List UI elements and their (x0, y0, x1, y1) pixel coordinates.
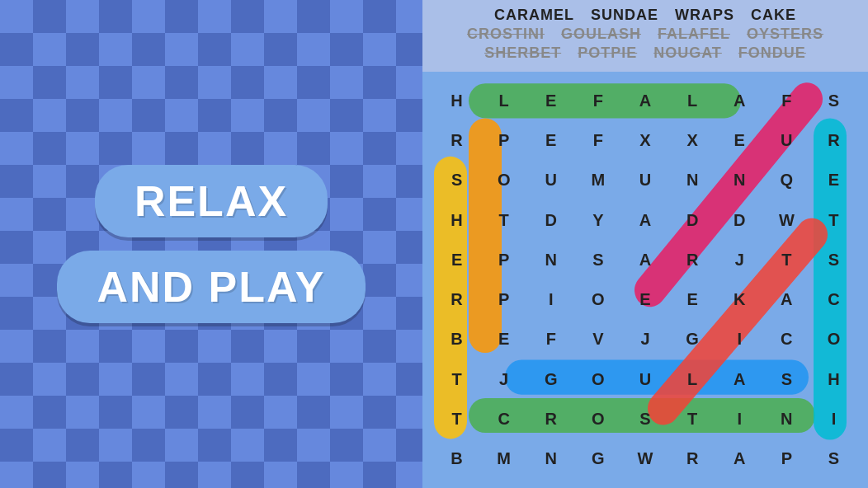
cell-r6-c4[interactable]: J (622, 321, 668, 359)
cell-r0-c3[interactable]: F (575, 82, 620, 120)
cell-r8-c0[interactable]: T (434, 400, 479, 438)
cell-r2-c6[interactable]: N (717, 162, 762, 199)
cell-r3-c3[interactable]: Y (575, 201, 620, 239)
cell-r9-c6[interactable]: A (717, 440, 762, 478)
cell-r2-c0[interactable]: S (434, 162, 479, 199)
cell-r9-c7[interactable]: P (764, 440, 809, 478)
cell-r7-c3[interactable]: O (575, 360, 620, 398)
cell-r2-c2[interactable]: U (528, 162, 573, 199)
cell-r8-c3[interactable]: O (575, 400, 620, 438)
cell-r7-c4[interactable]: U (622, 360, 668, 398)
cell-r3-c8[interactable]: T (811, 201, 856, 239)
cell-r4-c1[interactable]: P (481, 241, 526, 279)
cell-r4-c3[interactable]: S (575, 241, 620, 279)
cell-r8-c2[interactable]: R (528, 400, 573, 438)
cell-r1-c0[interactable]: R (434, 121, 479, 159)
cell-r4-c8[interactable]: S (811, 241, 856, 279)
cell-r5-c8[interactable]: C (811, 280, 856, 318)
cell-r7-c7[interactable]: S (764, 360, 809, 398)
cell-r0-c2[interactable]: E (528, 82, 573, 120)
cell-r7-c1[interactable]: J (481, 360, 526, 398)
cell-r3-c0[interactable]: H (434, 201, 479, 239)
cell-r6-c6[interactable]: I (717, 321, 762, 359)
cell-r9-c0[interactable]: B (434, 440, 479, 478)
cell-r6-c1[interactable]: E (481, 321, 526, 359)
cell-r8-c8[interactable]: I (811, 400, 856, 438)
cell-r4-c5[interactable]: R (670, 241, 715, 279)
cell-r5-c3[interactable]: O (575, 280, 620, 318)
word-sundae[interactable]: SUNDAE (591, 7, 658, 24)
cell-r0-c8[interactable]: S (811, 82, 856, 120)
word-caramel[interactable]: CARAMEL (494, 7, 574, 24)
cell-r0-c4[interactable]: A (622, 82, 668, 120)
cell-r6-c7[interactable]: C (764, 321, 809, 359)
cell-r3-c2[interactable]: D (528, 201, 573, 239)
cell-r1-c1[interactable]: P (481, 121, 526, 159)
cell-r0-c5[interactable]: L (670, 82, 715, 120)
cell-r7-c0[interactable]: T (434, 360, 479, 398)
cell-r6-c3[interactable]: V (575, 321, 620, 359)
cell-r4-c0[interactable]: E (434, 241, 479, 279)
cell-r3-c6[interactable]: D (717, 201, 762, 239)
cell-r5-c7[interactable]: A (764, 280, 809, 318)
cell-r1-c8[interactable]: R (811, 121, 856, 159)
word-oysters: OYSTERS (747, 26, 823, 43)
cell-r2-c3[interactable]: M (575, 162, 620, 199)
cell-r8-c6[interactable]: I (717, 400, 762, 438)
cell-r4-c4[interactable]: A (622, 241, 668, 279)
cell-r6-c2[interactable]: F (528, 321, 573, 359)
word-cake[interactable]: CAKE (751, 7, 796, 24)
cell-r9-c8[interactable]: S (811, 440, 856, 478)
cell-r5-c5[interactable]: E (670, 280, 715, 318)
grid-table: HLEFALAFSRPEFXXEURSOUMUNNQEHTDYADDWTEPNS… (432, 80, 858, 480)
word-search-grid[interactable]: HLEFALAFSRPEFXXEURSOUMUNNQEHTDYADDWTEPNS… (422, 72, 868, 488)
cell-r5-c2[interactable]: I (528, 280, 573, 318)
cell-r1-c2[interactable]: E (528, 121, 573, 159)
cell-r1-c5[interactable]: X (670, 121, 715, 159)
right-panel: CARAMEL SUNDAE WRAPS CAKE CROSTINI GOULA… (422, 0, 868, 488)
cell-r7-c2[interactable]: G (528, 360, 573, 398)
cell-r7-c6[interactable]: A (717, 360, 762, 398)
word-wraps[interactable]: WRAPS (675, 7, 734, 24)
cell-r1-c7[interactable]: U (764, 121, 809, 159)
cell-r5-c0[interactable]: R (434, 280, 479, 318)
cell-r5-c1[interactable]: P (481, 280, 526, 318)
cell-r9-c2[interactable]: N (528, 440, 573, 478)
cell-r6-c8[interactable]: O (811, 321, 856, 359)
cell-r8-c5[interactable]: T (670, 400, 715, 438)
cell-r9-c1[interactable]: M (481, 440, 526, 478)
cell-r6-c5[interactable]: G (670, 321, 715, 359)
cell-r5-c4[interactable]: E (622, 280, 668, 318)
cell-r1-c3[interactable]: F (575, 121, 620, 159)
cell-r9-c4[interactable]: W (622, 440, 668, 478)
cell-r2-c8[interactable]: E (811, 162, 856, 199)
left-panel: RELAX AND PLAY (0, 0, 422, 488)
cell-r3-c4[interactable]: A (622, 201, 668, 239)
cell-r9-c3[interactable]: G (575, 440, 620, 478)
cell-r3-c5[interactable]: D (670, 201, 715, 239)
cell-r8-c1[interactable]: C (481, 400, 526, 438)
word-nougat: NOUGAT (653, 45, 722, 62)
cell-r4-c7[interactable]: T (764, 241, 809, 279)
cell-r4-c6[interactable]: J (717, 241, 762, 279)
cell-r6-c0[interactable]: B (434, 321, 479, 359)
cell-r5-c6[interactable]: K (717, 280, 762, 318)
cell-r0-c6[interactable]: A (717, 82, 762, 120)
cell-r1-c6[interactable]: E (717, 121, 762, 159)
cell-r9-c5[interactable]: R (670, 440, 715, 478)
cell-r0-c7[interactable]: F (764, 82, 809, 120)
cell-r2-c1[interactable]: O (481, 162, 526, 199)
cell-r7-c8[interactable]: H (811, 360, 856, 398)
cell-r7-c5[interactable]: L (670, 360, 715, 398)
cell-r0-c1[interactable]: L (481, 82, 526, 120)
cell-r4-c2[interactable]: N (528, 241, 573, 279)
cell-r1-c4[interactable]: X (622, 121, 668, 159)
cell-r2-c5[interactable]: N (670, 162, 715, 199)
cell-r3-c1[interactable]: T (481, 201, 526, 239)
cell-r8-c7[interactable]: N (764, 400, 809, 438)
cell-r8-c4[interactable]: S (622, 400, 668, 438)
cell-r3-c7[interactable]: W (764, 201, 809, 239)
cell-r2-c7[interactable]: Q (764, 162, 809, 199)
cell-r2-c4[interactable]: U (622, 162, 668, 199)
cell-r0-c0[interactable]: H (434, 82, 479, 120)
